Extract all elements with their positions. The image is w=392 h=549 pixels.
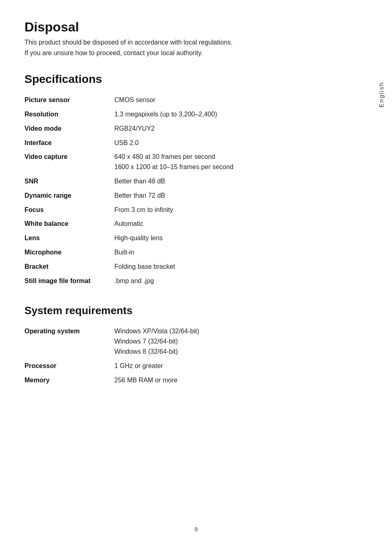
specs-row: Video capture640 x 480 at 30 frames per …	[24, 150, 368, 174]
page-number: 9	[194, 526, 198, 533]
specs-label: Video mode	[24, 122, 114, 136]
specs-label: Interface	[24, 136, 114, 150]
specs-value: Better than 72 dB	[114, 189, 368, 203]
specs-row: Video modeRGB24/YUY2	[24, 122, 368, 136]
specs-value: .bmp and .jpg	[114, 274, 368, 288]
specs-value: Automatic	[114, 217, 368, 231]
disposal-line2: If you are unsure how to proceed, contac…	[24, 48, 368, 58]
specs-row: Resolution1.3 megapixels (up to 3,200–2,…	[24, 107, 368, 122]
specs-row: LensHigh-quality lens	[24, 231, 368, 245]
system-value: 256 MB RAM or more	[114, 373, 368, 388]
specs-label: Picture sensor	[24, 93, 114, 107]
specs-row: FocusFrom 3 cm to infinity	[24, 203, 368, 217]
specs-label: Bracket	[24, 260, 114, 274]
specs-value: Built-in	[114, 245, 368, 260]
specs-label: White balance	[24, 217, 114, 231]
disposal-section: Disposal This product should be disposed…	[24, 20, 368, 58]
system-value: 1 GHz or greater	[114, 359, 368, 373]
system-row: Processor1 GHz or greater	[24, 359, 368, 373]
specifications-title: Specifications	[24, 73, 368, 86]
specs-label: Still image file format	[24, 274, 114, 288]
specs-label: Video capture	[24, 150, 114, 174]
specifications-section: Specifications Picture sensorCMOS sensor…	[24, 73, 368, 288]
system-requirements-section: System requirements Operating systemWind…	[24, 304, 368, 387]
specs-row: Still image file format.bmp and .jpg	[24, 274, 368, 288]
specs-value: Folding base bracket	[114, 260, 368, 274]
specs-value: Better than 48 dB	[114, 174, 368, 189]
specs-row: Picture sensorCMOS sensor	[24, 93, 368, 107]
system-label: Processor	[24, 359, 114, 373]
system-requirements-title: System requirements	[24, 304, 368, 317]
specs-label: Focus	[24, 203, 114, 217]
specs-value: High-quality lens	[114, 231, 368, 245]
specs-label: SNR	[24, 174, 114, 189]
system-label: Memory	[24, 373, 114, 388]
disposal-title: Disposal	[24, 20, 368, 35]
specs-row: InterfaceUSB 2.0	[24, 136, 368, 150]
specs-row: MicrophoneBuilt-in	[24, 245, 368, 260]
specs-row: White balanceAutomatic	[24, 217, 368, 231]
specs-value: 1.3 megapixels (up to 3,200–2,400)	[114, 107, 368, 122]
specs-value: From 3 cm to infinity	[114, 203, 368, 217]
specs-label: Dynamic range	[24, 189, 114, 203]
specs-row: Dynamic rangeBetter than 72 dB	[24, 189, 368, 203]
system-row: Operating systemWindows XP/Vista (32/64-…	[24, 324, 368, 359]
system-value: Windows XP/Vista (32/64-bit)Windows 7 (3…	[114, 324, 368, 359]
specs-row: SNRBetter than 48 dB	[24, 174, 368, 189]
specs-value: RGB24/YUY2	[114, 122, 368, 136]
specs-label: Resolution	[24, 107, 114, 122]
specs-label: Lens	[24, 231, 114, 245]
specs-value: CMOS sensor	[114, 93, 368, 107]
specs-value: USB 2.0	[114, 136, 368, 150]
page-container: English Disposal This product should be …	[0, 0, 392, 549]
system-label: Operating system	[24, 324, 114, 359]
disposal-line1: This product should be disposed of in ac…	[24, 37, 368, 48]
sidebar-label: English	[378, 82, 385, 107]
specs-row: BracketFolding base bracket	[24, 260, 368, 274]
specs-value: 640 x 480 at 30 frames per second1600 x …	[114, 150, 368, 174]
system-row: Memory256 MB RAM or more	[24, 373, 368, 388]
specifications-table: Picture sensorCMOS sensorResolution1.3 m…	[24, 93, 368, 288]
system-requirements-table: Operating systemWindows XP/Vista (32/64-…	[24, 324, 368, 387]
specs-label: Microphone	[24, 245, 114, 260]
